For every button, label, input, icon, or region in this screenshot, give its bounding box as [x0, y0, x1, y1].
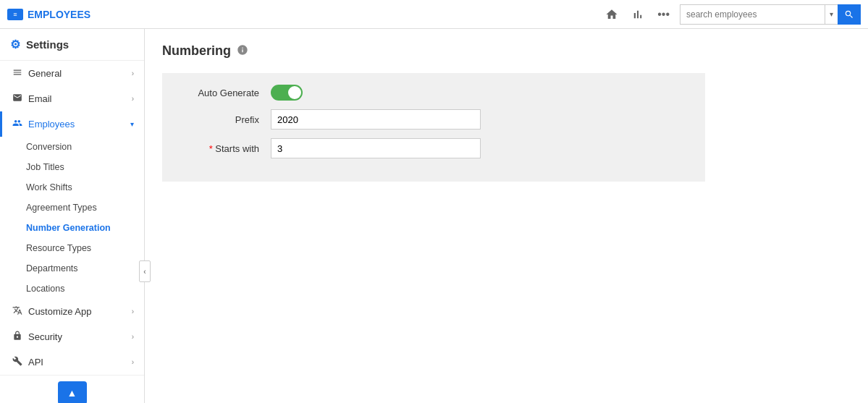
sidebar: ⚙ Settings General › Email ›	[0, 29, 145, 403]
sidebar-sub-conversion[interactable]: Conversion	[0, 137, 144, 157]
search-button[interactable]	[838, 4, 861, 25]
security-arrow: ›	[132, 333, 134, 341]
sidebar-item-general-label: General	[28, 68, 62, 79]
customize-app-arrow: ›	[132, 307, 134, 315]
info-icon[interactable]	[237, 44, 248, 58]
logo-icon: ≡	[7, 9, 23, 20]
search-dropdown-button[interactable]: ▾	[825, 4, 838, 25]
search-input[interactable]	[680, 4, 825, 25]
sidebar-sub-locations[interactable]: Locations	[0, 279, 144, 299]
sidebar-item-api[interactable]: API ›	[0, 349, 144, 375]
toggle-thumb	[288, 86, 301, 99]
more-button[interactable]: •••	[653, 5, 674, 24]
security-icon	[12, 331, 22, 343]
employees-icon	[12, 118, 22, 130]
sidebar-item-customize-app[interactable]: Customize App ›	[0, 299, 144, 324]
sidebar-sub-resource-types[interactable]: Resource Types	[0, 238, 144, 258]
app-logo: ≡ EMPLOYEES	[7, 9, 90, 20]
api-icon	[12, 356, 22, 368]
prefix-label: Prefix	[177, 114, 271, 125]
sidebar-item-employees-label: Employees	[28, 119, 75, 130]
general-icon	[12, 67, 22, 80]
sidebar-bottom: ▲	[0, 375, 144, 403]
sidebar-sub-agreement-types[interactable]: Agreement Types	[0, 198, 144, 218]
toggle-track	[271, 85, 303, 101]
collapse-icon: ‹	[143, 268, 146, 276]
home-button[interactable]	[601, 5, 623, 24]
form-section: Auto Generate Prefix Starts with	[162, 73, 705, 182]
email-arrow: ›	[132, 95, 134, 103]
customize-app-icon	[12, 305, 22, 318]
prefix-input[interactable]	[271, 109, 481, 130]
prefix-row: Prefix	[177, 109, 691, 130]
sidebar-item-security-label: Security	[28, 331, 62, 342]
sidebar-sub-work-shifts[interactable]: Work Shifts	[0, 177, 144, 198]
more-icon: •••	[657, 8, 670, 21]
auto-generate-row: Auto Generate	[177, 85, 691, 101]
auto-generate-label: Auto Generate	[177, 88, 271, 98]
main-content: Numbering Auto Generate Prefix	[145, 29, 868, 403]
sidebar-sub-number-generation[interactable]: Number Generation	[0, 218, 144, 238]
api-arrow: ›	[132, 358, 134, 366]
search-container: ▾	[680, 4, 861, 25]
sidebar-item-security[interactable]: Security ›	[0, 324, 144, 349]
sidebar-collapse-button[interactable]: ‹	[139, 260, 151, 282]
settings-icon: ⚙	[10, 38, 20, 51]
sidebar-item-api-label: API	[28, 357, 43, 368]
email-icon	[12, 93, 22, 105]
starts-with-input[interactable]	[271, 138, 481, 158]
layout: ⚙ Settings General › Email ›	[0, 29, 868, 403]
sidebar-item-customize-app-label: Customize App	[28, 306, 91, 317]
starts-with-label: Starts with	[177, 143, 271, 154]
general-arrow: ›	[132, 69, 134, 77]
sidebar-sub-job-titles[interactable]: Job Titles	[0, 157, 144, 177]
auto-generate-toggle[interactable]	[271, 85, 303, 101]
starts-with-row: Starts with	[177, 138, 691, 158]
sidebar-sub-departments[interactable]: Departments	[0, 258, 144, 279]
sidebar-item-email[interactable]: Email ›	[0, 86, 144, 111]
chart-button[interactable]	[627, 5, 649, 24]
sidebar-item-email-label: Email	[28, 93, 52, 104]
employees-arrow: ▾	[130, 120, 134, 128]
page-title: Numbering	[162, 43, 231, 59]
topnav: ≡ EMPLOYEES ••• ▾	[0, 0, 868, 29]
up-icon: ▲	[67, 387, 77, 399]
topnav-icons: •••	[601, 5, 674, 24]
page-title-row: Numbering	[162, 43, 851, 59]
sidebar-title: Settings	[26, 38, 69, 51]
sidebar-item-general[interactable]: General ›	[0, 61, 144, 86]
scroll-up-button[interactable]: ▲	[58, 381, 87, 403]
app-title: EMPLOYEES	[28, 9, 90, 20]
sidebar-item-employees[interactable]: Employees ▾	[0, 111, 144, 137]
sidebar-header: ⚙ Settings	[0, 29, 144, 61]
